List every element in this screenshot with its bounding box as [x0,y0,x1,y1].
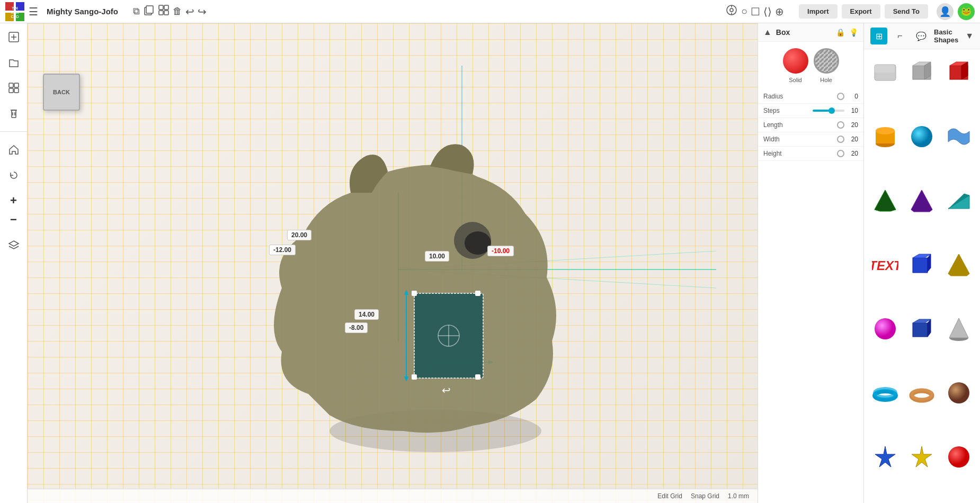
svg-text:TIN: TIN [12,6,17,10]
open-design-tool[interactable] [4,53,23,72]
shapes-grid-view[interactable]: ⊞ [870,28,887,44]
svg-point-63 [911,126,932,147]
cube-back-face[interactable]: BACK [43,74,80,111]
width-toggle[interactable] [837,136,844,143]
svg-marker-79 [928,319,931,337]
mirror-tool[interactable]: ⟨⟩ [763,5,772,18]
shape-wedge-teal[interactable] [942,182,976,220]
height-toggle[interactable] [837,150,844,157]
main-area: + − BACK [0,23,980,503]
left-sidebar: + − [0,23,28,503]
hole-option[interactable]: Hole [814,48,839,83]
app-logo: TIN KER CAD [5,2,24,21]
shape-star-yellow[interactable] [905,438,939,476]
box-panel-header: ▲ Box 🔒 💡 [758,23,863,42]
shape-star-blue[interactable] [868,438,902,476]
svg-point-89 [948,446,969,468]
shapes-library-tool[interactable] [4,78,23,97]
shape-sphere-pink[interactable] [868,310,902,348]
shape-cube-dark[interactable] [905,310,939,348]
shape-wave[interactable] [942,118,976,156]
shape-sphere-red[interactable] [942,438,976,476]
length-toggle[interactable] [837,121,844,129]
user-avatar[interactable]: 👤 [937,3,954,20]
svg-marker-75 [948,254,969,276]
shape-box[interactable] [905,53,939,92]
length-control: 20 [837,121,858,129]
box-title: Box [776,28,832,37]
zoom-out-left-tool[interactable]: − [4,210,23,229]
solid-option[interactable]: Solid [783,48,808,83]
delete-button[interactable]: 🗑 [173,4,182,19]
steps-slider-thumb[interactable] [828,107,835,114]
svg-rect-24 [12,110,16,118]
visibility-icon[interactable]: 💡 [849,28,858,37]
svg-rect-9 [159,5,163,10]
steps-slider[interactable] [813,110,844,112]
axes-tool[interactable]: ⊕ [775,5,784,18]
shape-pyramid-purple[interactable] [905,182,939,220]
sendto-button[interactable]: Send To [885,4,928,19]
shapes-dropdown[interactable]: ▼ [965,31,974,41]
shape-type-selector: Solid Hole [758,42,863,89]
camera-tool[interactable] [725,4,738,19]
shape-rounded-box[interactable] [868,53,902,92]
star-yellow-icon [908,444,935,470]
copy-button[interactable] [143,4,155,19]
svg-marker-27 [9,241,19,246]
svg-rect-20 [9,83,13,87]
text-shape-icon: TEXT [872,252,898,278]
shape-red-box[interactable] [942,53,976,92]
width-row: Width 20 [758,132,863,147]
rounded-box-icon [872,59,898,86]
height-row: Height 20 [758,147,863,161]
shape-ring-brown[interactable] [905,374,939,412]
snap-grid-label: Snap Grid [691,492,719,500]
box-panel-collapse[interactable]: ▲ [763,28,772,37]
cube-navigator[interactable]: BACK [40,71,83,113]
delete-left-tool[interactable] [4,104,23,123]
length-value: 20 [848,121,858,129]
radius-value: 0 [848,93,858,100]
redo-button[interactable]: ↪ [198,4,207,19]
shape-torus[interactable] [868,374,902,412]
shapes-angle-view[interactable]: ⌐ [892,28,908,44]
rotate-left-tool[interactable] [4,166,23,185]
svg-rect-11 [159,11,163,15]
solid-circle [783,48,808,74]
wave-icon [946,123,972,150]
radius-toggle[interactable] [837,93,844,100]
shapes-chat-view[interactable]: 💬 [913,28,930,44]
shape-sphere[interactable] [905,118,939,156]
radius-control: 0 [837,93,858,100]
steps-control: 10 [813,107,858,114]
home-left-tool[interactable] [4,140,23,159]
lock-icon[interactable]: 🔒 [836,28,845,37]
shapes-title: Basic Shapes [934,28,961,44]
shape-sphere-brown[interactable] [942,374,976,412]
pyramid-green-icon [872,187,898,214]
svg-point-62 [876,127,895,134]
menu-icon[interactable]: ☰ [29,5,38,18]
undo-button[interactable]: ↩ [185,4,194,19]
import-button[interactable]: Import [799,4,837,19]
user-profile[interactable]: 🐸 [958,3,975,20]
box-properties-panel: ▲ Box 🔒 💡 Solid Hole Radius 0 Ste [758,23,863,503]
export-button[interactable]: Export [842,4,880,19]
zoom-in-left-tool[interactable]: + [4,191,23,210]
new-design-tool[interactable] [4,28,23,47]
group-button[interactable] [158,4,170,19]
light-tool[interactable]: ○ [741,5,747,17]
shape-cube-blue[interactable] [905,246,939,284]
shape-text[interactable]: TEXT [868,246,902,284]
shape-cylinder[interactable] [868,118,902,156]
duplicate-button[interactable]: ⧉ [133,4,140,19]
layers-left-tool[interactable] [4,236,23,255]
shape-cone-grey[interactable] [942,310,976,348]
ruler-tool[interactable]: ☐ [751,5,760,18]
shape-pyramid-yellow[interactable] [942,246,976,284]
viewport[interactable]: BACK [28,23,758,503]
edit-grid-label[interactable]: Edit Grid [657,492,682,500]
shape-pyramid-green[interactable] [868,182,902,220]
sphere-pink-icon [872,316,898,342]
